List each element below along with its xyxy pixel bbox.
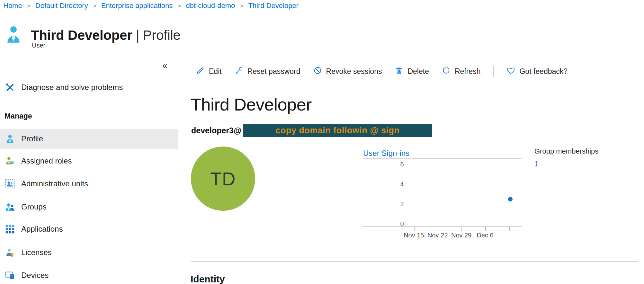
key-icon	[235, 66, 243, 77]
page-title-name: Third Developer	[31, 28, 132, 43]
domain-redaction-note: copy domain followin @ sign	[275, 126, 399, 136]
reset-password-button[interactable]: Reset password	[235, 66, 300, 77]
breadcrumb-separator: >	[177, 2, 181, 10]
upn-prefix: developer3@	[191, 126, 241, 135]
edit-button[interactable]: Edit	[196, 66, 222, 77]
sidebar-item-groups[interactable]: Groups	[0, 198, 178, 216]
group-memberships: Group memberships 1	[534, 147, 598, 168]
edit-button-label: Edit	[209, 67, 222, 76]
avatar: TD	[191, 146, 255, 211]
got-feedback-button-label: Got feedback?	[519, 67, 568, 76]
sidebar-divider	[4, 128, 169, 128]
refresh-button[interactable]: Refresh	[442, 66, 481, 77]
sidebar-item-administrative-units[interactable]: Administrative units	[0, 175, 178, 192]
x-axis-tick	[461, 227, 462, 231]
heart-icon	[506, 66, 515, 77]
breadcrumb-dbt-cloud-demo[interactable]: dbt-cloud-demo	[186, 2, 235, 10]
sidebar-item-diagnose[interactable]: Diagnose and solve problems	[0, 79, 178, 96]
revoke-sessions-button[interactable]: Revoke sessions	[313, 66, 382, 77]
breadcrumb: Home > Default Directory > Enterprise ap…	[3, 2, 299, 10]
sidebar-section-manage: Manage	[4, 112, 32, 120]
page-title: Third Developer | Profile	[31, 28, 181, 43]
y-axis-label: 2	[400, 200, 404, 208]
x-axis-tick	[485, 227, 486, 231]
license-badge-icon	[5, 248, 15, 257]
x-axis-label: Nov 15	[404, 232, 424, 239]
sidebar-collapse-button[interactable]: «	[162, 60, 167, 71]
group-memberships-label: Group memberships	[534, 147, 598, 155]
sidebar-item-label: Profile	[21, 134, 43, 143]
devices-icon	[5, 271, 15, 280]
refresh-button-label: Refresh	[455, 67, 481, 76]
block-icon	[313, 66, 322, 77]
sidebar-item-applications[interactable]: Applications	[0, 220, 178, 238]
y-axis-label: 4	[400, 181, 404, 188]
breadcrumb-separator: >	[93, 2, 96, 10]
tools-icon	[5, 83, 15, 92]
user-display-name: Third Developer	[191, 94, 312, 114]
person-cube-icon	[5, 156, 15, 166]
revoke-sessions-button-label: Revoke sessions	[326, 67, 382, 76]
sidebar-item-label: Applications	[21, 225, 63, 234]
sidebar-item-label: Licenses	[21, 248, 52, 257]
grid-icon	[5, 224, 15, 234]
x-axis-tick	[509, 227, 510, 231]
x-axis-tick	[414, 227, 415, 231]
sidebar-item-label: Administrative units	[21, 179, 88, 188]
domain-redaction-box: copy domain followin @ sign	[243, 124, 432, 137]
reset-password-button-label: Reset password	[247, 67, 300, 76]
section-divider	[191, 261, 639, 262]
chart-title-divider	[363, 158, 522, 159]
breadcrumb-separator: >	[27, 2, 31, 10]
delete-button-label: Delete	[407, 67, 429, 76]
pencil-icon	[196, 66, 205, 77]
people-icon	[5, 202, 15, 212]
breadcrumb-home[interactable]: Home	[3, 2, 22, 10]
sidebar-item-licenses[interactable]: Licenses	[0, 244, 178, 261]
group-memberships-value-link[interactable]: 1	[534, 159, 539, 168]
command-bar: Edit Reset password Revoke sessions Dele…	[196, 64, 568, 79]
page-title-separator: |	[136, 28, 143, 43]
user-signins-link[interactable]: User Sign-ins	[363, 149, 409, 158]
sidebar-item-label: Assigned roles	[21, 156, 72, 165]
sidebar-item-profile[interactable]: Profile	[0, 129, 178, 149]
delete-button[interactable]: Delete	[395, 66, 429, 77]
sidebar-item-label: Diagnose and solve problems	[21, 83, 123, 92]
person-icon	[5, 134, 15, 144]
avatar-initials: TD	[210, 168, 236, 190]
breadcrumb-default-directory[interactable]: Default Directory	[35, 2, 88, 10]
signins-chart: User Sign-ins 6420Nov 15Nov 22Nov 29Dec …	[360, 146, 540, 249]
breadcrumb-separator: >	[240, 2, 243, 10]
toolbar-divider	[191, 83, 644, 83]
trash-icon	[395, 66, 403, 77]
breadcrumb-third-developer[interactable]: Third Developer	[248, 2, 299, 10]
page-title-section: Profile	[143, 28, 181, 43]
x-axis-label: Dec 6	[477, 232, 493, 239]
sidebar-item-devices[interactable]: Devices	[0, 267, 178, 284]
data-point	[508, 197, 513, 201]
sidebar-item-label: Groups	[21, 202, 47, 211]
refresh-icon	[442, 66, 451, 77]
sidebar-item-label: Devices	[21, 271, 49, 280]
y-axis-label: 6	[400, 161, 404, 168]
got-feedback-button[interactable]: Got feedback?	[506, 66, 568, 77]
chart-x-axis	[363, 226, 522, 227]
x-axis-tick	[438, 227, 438, 231]
user-principal-name: developer3@ copy domain followin @ sign	[191, 124, 432, 137]
x-axis-label: Nov 29	[451, 232, 471, 239]
toolbar-separator	[493, 66, 494, 77]
user-avatar-icon	[6, 25, 21, 44]
sidebar-item-assigned-roles[interactable]: Assigned roles	[0, 152, 178, 170]
x-axis-label: Nov 22	[427, 232, 448, 239]
identity-section-heading: Identity	[191, 274, 225, 284]
page-subtitle: User	[32, 42, 45, 49]
breadcrumb-enterprise-applications[interactable]: Enterprise applications	[101, 2, 173, 10]
admin-units-icon	[5, 179, 15, 189]
y-axis-label: 0	[400, 220, 404, 228]
